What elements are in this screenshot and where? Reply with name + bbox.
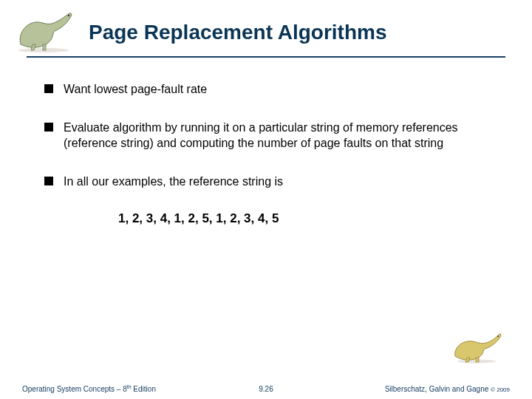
slide-title: Page Replacement Algorithms	[89, 21, 387, 44]
bullet-item: Want lowest page-fault rate	[44, 81, 488, 98]
slide-body: Want lowest page-fault rate Evaluate alg…	[44, 81, 488, 226]
footer-authors: Silberschatz, Galvin and Gagne	[385, 385, 491, 393]
dinosaur-logo-bottom-icon	[451, 331, 502, 366]
svg-point-3	[497, 335, 499, 337]
dinosaur-logo-top-icon	[10, 9, 77, 56]
svg-point-1	[68, 15, 69, 16]
bullet-text: Want lowest page-fault rate	[64, 81, 207, 98]
slide: Page Replacement Algorithms Want lowest …	[0, 0, 532, 399]
square-bullet-icon	[44, 123, 53, 132]
square-bullet-icon	[44, 177, 53, 185]
reference-string: 1, 2, 3, 4, 1, 2, 5, 1, 2, 3, 4, 5	[118, 211, 488, 226]
footer-right: Silberschatz, Galvin and Gagne © 2009	[385, 385, 510, 393]
title-underline	[27, 56, 505, 58]
footer-copyright: © 2009	[491, 386, 510, 393]
square-bullet-icon	[44, 84, 53, 93]
slide-header: Page Replacement Algorithms	[0, 6, 532, 59]
bullet-item: In all our examples, the reference strin…	[44, 174, 488, 190]
slide-footer: Operating System Concepts – 8th Edition …	[0, 377, 532, 399]
bullet-item: Evaluate algorithm by running it on a pa…	[44, 120, 488, 151]
bullet-text: Evaluate algorithm by running it on a pa…	[64, 120, 488, 151]
bullet-text: In all our examples, the reference strin…	[64, 174, 283, 190]
